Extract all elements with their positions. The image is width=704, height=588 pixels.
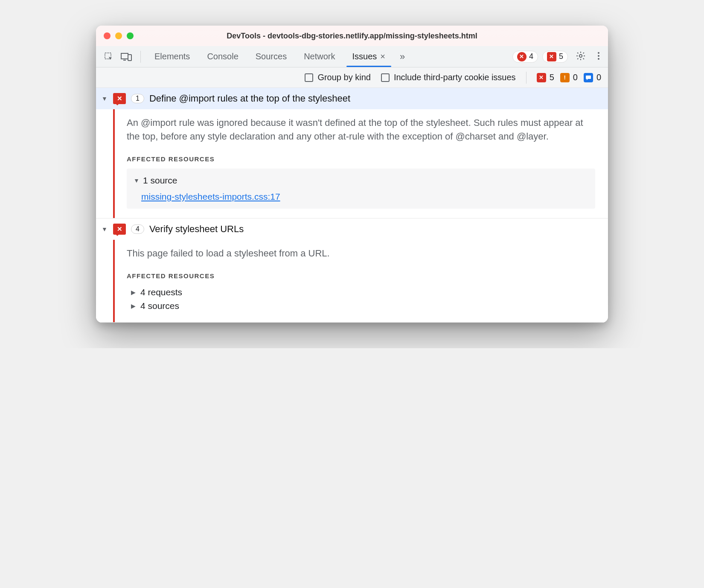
checkbox-icon — [305, 73, 313, 82]
errors-count-value: 5 — [550, 73, 554, 82]
error-count-value: 4 — [529, 52, 533, 61]
svg-point-4 — [598, 52, 599, 54]
issue-item: ▼ ✕ 1 Define @import rules at the top of… — [96, 88, 608, 218]
tab-elements-label: Elements — [154, 52, 190, 61]
svg-point-6 — [598, 58, 599, 60]
triangle-right-icon: ▶ — [131, 303, 137, 309]
svg-point-5 — [598, 55, 599, 57]
tab-sources[interactable]: Sources — [247, 46, 295, 67]
inspect-tools — [100, 52, 135, 62]
device-toolbar-icon[interactable] — [121, 52, 132, 61]
source-count-row[interactable]: ▼ 1 source — [134, 174, 588, 187]
chevron-down-icon: ▼ — [101, 226, 108, 233]
triangle-right-icon: ▶ — [131, 289, 137, 296]
issue-count-badge: 1 — [131, 94, 144, 103]
error-count-pill[interactable]: ✕ 4 — [512, 51, 538, 63]
inspect-element-icon[interactable] — [104, 52, 114, 62]
sources-row[interactable]: ▶ 4 sources — [127, 299, 595, 313]
source-count-label: 1 source — [143, 175, 177, 186]
close-window-button[interactable] — [104, 32, 111, 39]
minimize-window-button[interactable] — [115, 32, 122, 39]
warnings-count-value: 0 — [573, 73, 578, 82]
info-count-value: 0 — [596, 73, 601, 82]
issue-body: This page failed to load a stylesheet fr… — [113, 240, 608, 322]
window-title: DevTools - devtools-dbg-stories.netlify.… — [96, 32, 608, 41]
error-speech-icon: ✕ — [113, 224, 126, 235]
devtools-window: DevTools - devtools-dbg-stories.netlify.… — [96, 26, 608, 323]
group-by-kind-checkbox[interactable]: Group by kind — [305, 73, 371, 82]
error-circle-icon: ✕ — [517, 52, 527, 61]
error-speech-icon: ✕ — [113, 93, 126, 104]
group-by-kind-label: Group by kind — [317, 73, 371, 82]
requests-row[interactable]: ▶ 4 requests — [127, 285, 595, 299]
include-third-party-checkbox[interactable]: Include third-party cookie issues — [381, 73, 516, 82]
info-count[interactable]: 0 — [584, 73, 601, 82]
panel-tabs: Elements Console Sources Network Issues … — [146, 46, 394, 67]
svg-point-3 — [579, 54, 582, 57]
tabbar-right-cluster: ✕ 4 ✕ 5 — [512, 51, 604, 63]
checkbox-icon — [381, 73, 390, 82]
tab-console-label: Console — [207, 52, 238, 61]
warning-square-icon: ! — [560, 73, 570, 82]
affected-resources-box: ▼ 1 source missing-stylesheets-imports.c… — [127, 169, 595, 209]
issue-body: An @import rule was ignored because it w… — [113, 109, 608, 218]
svg-rect-1 — [121, 53, 128, 59]
info-square-icon — [584, 73, 593, 82]
issue-count-badge: 4 — [131, 224, 144, 234]
sources-label: 4 sources — [140, 301, 179, 311]
titlebar: DevTools - devtools-dbg-stories.netlify.… — [96, 26, 608, 46]
triangle-down-icon: ▼ — [134, 177, 140, 184]
tab-console[interactable]: Console — [198, 46, 247, 67]
errors-count[interactable]: ✕ 5 — [537, 73, 554, 82]
close-tab-icon[interactable]: × — [380, 52, 385, 61]
tab-elements[interactable]: Elements — [146, 46, 198, 67]
include-third-party-label: Include third-party cookie issues — [394, 73, 516, 82]
chevron-down-icon: ▼ — [101, 95, 108, 102]
affected-resources-label: AFFECTED RESOURCES — [127, 272, 595, 279]
issue-title: Verify stylesheet URLs — [149, 224, 244, 235]
tabbar-divider — [140, 51, 141, 63]
error-square-icon: ✕ — [537, 73, 546, 82]
issues-count-value: 5 — [559, 52, 563, 61]
tab-network[interactable]: Network — [295, 46, 343, 67]
warnings-count[interactable]: ! 0 — [560, 73, 578, 82]
traffic-lights — [104, 32, 134, 39]
issue-item: ▼ ✕ 4 Verify stylesheet URLs This page f… — [96, 218, 608, 323]
issue-title: Define @import rules at the top of the s… — [149, 93, 350, 104]
source-link[interactable]: missing-stylesheets-imports.css:17 — [141, 192, 280, 202]
issue-header[interactable]: ▼ ✕ 1 Define @import rules at the top of… — [96, 88, 608, 109]
more-tabs-icon[interactable]: » — [396, 51, 409, 62]
affected-resources-label: AFFECTED RESOURCES — [127, 155, 595, 163]
tab-network-label: Network — [304, 52, 335, 61]
issues-filterbar: Group by kind Include third-party cookie… — [96, 67, 608, 88]
svg-rect-7 — [586, 76, 591, 79]
issues-error-icon: ✕ — [547, 52, 556, 61]
issue-description: An @import rule was ignored because it w… — [127, 116, 595, 143]
settings-icon[interactable] — [572, 51, 589, 63]
issues-list: ▼ ✕ 1 Define @import rules at the top of… — [96, 88, 608, 323]
issues-count-pill[interactable]: ✕ 5 — [542, 51, 568, 63]
issue-header[interactable]: ▼ ✕ 4 Verify stylesheet URLs — [96, 218, 608, 240]
requests-label: 4 requests — [140, 287, 182, 297]
devtools-tabbar: Elements Console Sources Network Issues … — [96, 46, 608, 67]
zoom-window-button[interactable] — [127, 32, 134, 39]
more-options-icon[interactable] — [593, 51, 604, 63]
tab-issues-label: Issues — [352, 52, 377, 61]
svg-rect-2 — [128, 55, 131, 61]
issue-counts: ✕ 5 ! 0 0 — [537, 73, 601, 82]
tab-issues[interactable]: Issues × — [344, 46, 394, 67]
issue-description: This page failed to load a stylesheet fr… — [127, 247, 595, 260]
tab-sources-label: Sources — [256, 52, 287, 61]
filterbar-divider — [526, 72, 527, 84]
